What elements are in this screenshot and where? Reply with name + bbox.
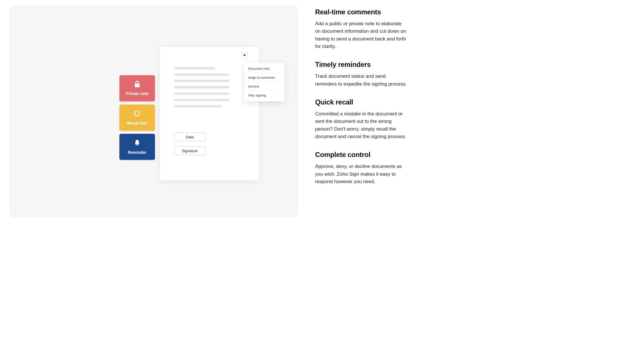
bell-icon (134, 139, 141, 147)
feature-reminders-body: Track document status and send reminders… (315, 73, 407, 88)
signature-field-chip[interactable]: Signature (174, 146, 205, 155)
recall-doc-tile[interactable]: Recall Doc (119, 104, 155, 131)
doc-text-placeholder (174, 86, 229, 88)
feature-comments-title: Real-time comments (315, 8, 407, 16)
feature-recall-title: Quick recall (315, 98, 407, 106)
feature-control-title: Complete control (315, 151, 407, 159)
illustration-panel: Private note Recall Doc Reminder (9, 5, 298, 218)
feature-control: Complete control Approve, deny, or decli… (315, 151, 407, 185)
feature-reminders-title: Timely reminders (315, 61, 407, 69)
doc-text-placeholder (174, 73, 229, 76)
reminder-label: Reminder (128, 150, 147, 155)
caret-down-icon (243, 55, 246, 56)
recall-doc-label: Recall Doc (127, 121, 148, 125)
doc-text-placeholder (174, 67, 215, 69)
menu-item-assign[interactable]: Asign to someone (244, 73, 284, 82)
reminder-tile[interactable]: Reminder (119, 134, 155, 160)
refresh-icon (133, 110, 141, 118)
doc-text-placeholder (174, 80, 229, 82)
doc-text-placeholder (174, 92, 229, 95)
feature-recall: Quick recall Committed a mistake in the … (315, 98, 407, 140)
date-field-chip[interactable]: Date (174, 133, 205, 141)
feature-recall-body: Committed a mistake in the document or s… (315, 110, 407, 140)
feature-control-body: Approve, deny, or decline documents as y… (315, 163, 407, 185)
doc-text-placeholder (174, 99, 229, 101)
menu-item-decline[interactable]: Decline (244, 82, 284, 91)
private-note-tile[interactable]: Private note (119, 75, 155, 101)
feature-reminders: Timely reminders Track document status a… (315, 61, 407, 88)
doc-dropdown-menu: Document info Asign to someone Decline S… (244, 63, 284, 101)
lock-icon (134, 81, 140, 88)
signature-field-label: Signature (182, 149, 198, 153)
doc-menu-button[interactable] (241, 52, 248, 59)
svg-rect-0 (135, 84, 140, 87)
feature-text-column: Real-time comments Add a public or priva… (315, 5, 407, 218)
private-note-label: Private note (126, 91, 149, 96)
date-field-label: Date (186, 135, 193, 139)
menu-item-document-info[interactable]: Document info (244, 64, 284, 73)
menu-item-skip-signing[interactable]: Skip signing (244, 91, 284, 100)
doc-text-placeholder (174, 105, 222, 107)
feature-comments: Real-time comments Add a public or priva… (315, 8, 407, 50)
feature-comments-body: Add a public or private note to elaborat… (315, 20, 407, 50)
